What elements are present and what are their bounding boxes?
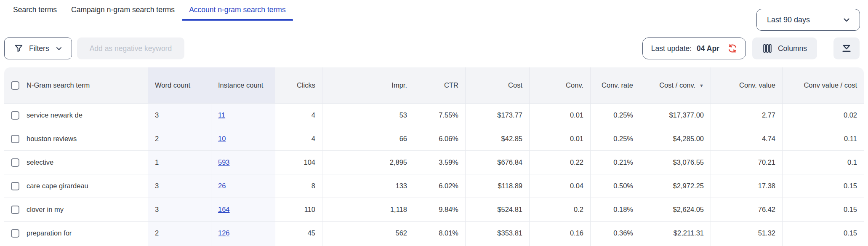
- ngram-term: service newark de: [27, 111, 83, 119]
- instance-count-link[interactable]: 10: [218, 135, 226, 142]
- row-checkbox[interactable]: [11, 206, 19, 214]
- cell-conv-rate: 0.36%: [591, 222, 640, 245]
- cell-impr: 1,118: [322, 198, 414, 222]
- column-header-label: CTR: [444, 80, 458, 91]
- column-header-word-count[interactable]: Word count: [148, 67, 211, 104]
- cell-impr: 562: [322, 222, 414, 245]
- column-header-cost-conv[interactable]: Cost / conv.▼: [640, 67, 711, 104]
- tab-campaign-ngram-search-terms[interactable]: Campaign n-gram search terms: [64, 0, 182, 20]
- row-checkbox[interactable]: [11, 182, 19, 190]
- date-range-select[interactable]: Last 90 days: [756, 9, 860, 31]
- cell-cost-conv: $4,285.00: [640, 127, 711, 151]
- collapse-download-button[interactable]: [833, 37, 860, 59]
- cell-conv: 0.04: [530, 174, 591, 198]
- cell-word-count: 1: [148, 151, 211, 174]
- cell-conv-value: 70.21: [711, 151, 783, 174]
- cell-cost: $173.77: [466, 104, 530, 127]
- cell-clicks: 8: [275, 174, 322, 198]
- column-header-cost[interactable]: Cost: [466, 67, 530, 104]
- table-header-row: N-Gram search termWord countInstance cou…: [4, 67, 864, 104]
- cell-ctr: 6.06%: [414, 127, 466, 151]
- cell-conv-value-cost: 0.11: [783, 127, 864, 151]
- sort-descending-icon: ▼: [699, 83, 704, 88]
- cell-cost: $353.81: [466, 222, 530, 245]
- cell-word-count: 2: [148, 127, 211, 151]
- cell-conv: 0.16: [530, 222, 591, 245]
- column-header-label: Conv value / cost: [804, 80, 857, 91]
- cell-conv: 0.2: [530, 198, 591, 222]
- cell-cost-conv: $2,211.31: [640, 222, 711, 245]
- cell-conv-value: 17.38: [711, 174, 783, 198]
- column-header-n-gram-search-term[interactable]: N-Gram search term: [4, 67, 148, 104]
- cell-cost-conv: $3,076.55: [640, 151, 711, 174]
- ngram-term: preparation for: [27, 229, 72, 237]
- cell-cost-conv: $2,624.05: [640, 198, 711, 222]
- tab-search-terms[interactable]: Search terms: [6, 0, 64, 20]
- row-checkbox[interactable]: [11, 135, 19, 143]
- column-header-conv-rate[interactable]: Conv. rate: [591, 67, 640, 104]
- column-header-label: Instance count: [218, 80, 263, 91]
- cell-clicks: 45: [275, 222, 322, 245]
- date-range-value: Last 90 days: [767, 16, 842, 24]
- ngram-table: N-Gram search termWord countInstance cou…: [4, 67, 864, 246]
- column-header-instance-count[interactable]: Instance count: [211, 67, 275, 104]
- column-header-impr[interactable]: Impr.: [322, 67, 414, 104]
- column-header-label: Clicks: [297, 80, 315, 91]
- row-checkbox[interactable]: [11, 158, 19, 167]
- cell-conv-value-cost: 0.1: [783, 151, 864, 174]
- instance-count-link[interactable]: 593: [218, 158, 230, 166]
- row-checkbox[interactable]: [11, 229, 19, 238]
- cell-ctr: 9.84%: [414, 198, 466, 222]
- tab-bar: Search terms Campaign n-gram search term…: [6, 0, 293, 20]
- filters-button-label: Filters: [29, 44, 49, 53]
- cell-cost: $524.81: [466, 198, 530, 222]
- refresh-icon[interactable]: [727, 43, 738, 54]
- column-header-label: Conv. value: [739, 80, 775, 91]
- cell-conv-value-cost: 0.15: [783, 222, 864, 245]
- ngram-term: care cape girardeau: [27, 182, 88, 190]
- column-header-label: Cost: [508, 80, 522, 91]
- instance-count-link[interactable]: 164: [218, 206, 230, 213]
- columns-button[interactable]: Columns: [752, 37, 817, 59]
- add-as-negative-keyword-button[interactable]: Add as negative keyword: [77, 37, 185, 59]
- cell-word-count: 3: [148, 104, 211, 127]
- table-row: clover in my31641101,1189.84%$524.810.20…: [4, 198, 864, 222]
- column-header-ctr[interactable]: CTR: [414, 67, 466, 104]
- cell-ctr: 7.55%: [414, 104, 466, 127]
- ngram-term: selective: [27, 158, 53, 166]
- ngram-term: houston reviews: [27, 135, 77, 143]
- cell-cost-conv: $17,377.00: [640, 104, 711, 127]
- cell-impr: 133: [322, 174, 414, 198]
- cell-conv-value: 76.42: [711, 198, 783, 222]
- table-row: houston reviews2104666.06%$42.850.010.25…: [4, 127, 864, 151]
- table-row: preparation for2126455628.01%$353.810.16…: [4, 222, 864, 245]
- instance-count-link[interactable]: 126: [218, 229, 230, 237]
- filter-funnel-icon: [14, 44, 24, 53]
- instance-count-link[interactable]: 11: [218, 111, 225, 119]
- cell-clicks: 4: [275, 104, 322, 127]
- column-header-conv[interactable]: Conv.: [530, 67, 591, 104]
- triangle-down-to-line-icon: [841, 43, 852, 54]
- tab-account-ngram-search-terms[interactable]: Account n-gram search terms: [182, 0, 293, 20]
- cell-word-count: 3: [148, 174, 211, 198]
- column-header-conv-value[interactable]: Conv. value: [711, 67, 783, 104]
- cell-word-count: 3: [148, 198, 211, 222]
- column-header-label: Conv. rate: [602, 80, 633, 91]
- column-header-conv-value-cost[interactable]: Conv value / cost: [783, 67, 864, 104]
- column-header-label: Conv.: [566, 80, 583, 91]
- column-header-label: N-Gram search term: [27, 81, 90, 89]
- cell-conv: 0.01: [530, 104, 591, 127]
- cell-word-count: 2: [148, 222, 211, 245]
- cell-clicks: 104: [275, 151, 322, 174]
- filters-button[interactable]: Filters: [4, 37, 72, 59]
- column-header-clicks[interactable]: Clicks: [275, 67, 322, 104]
- account-ngram-search-terms-page: Search terms Campaign n-gram search term…: [0, 0, 868, 246]
- cell-clicks: 110: [275, 198, 322, 222]
- cell-impr: 66: [322, 127, 414, 151]
- row-checkbox[interactable]: [11, 111, 19, 120]
- last-update-label: Last update:: [651, 44, 692, 53]
- select-all-checkbox[interactable]: [11, 81, 19, 90]
- cell-conv-rate: 0.25%: [591, 127, 640, 151]
- cell-cost: $676.84: [466, 151, 530, 174]
- instance-count-link[interactable]: 26: [218, 182, 226, 190]
